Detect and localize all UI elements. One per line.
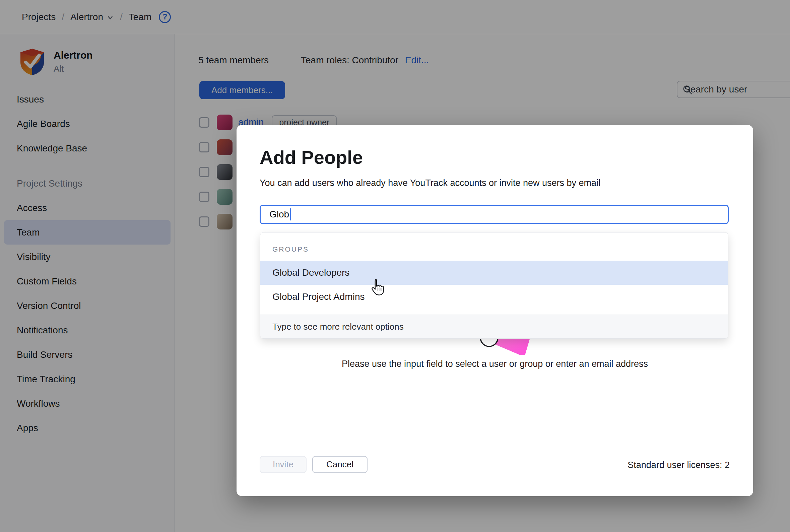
invite-button[interactable]: Invite [259,456,307,473]
dropdown-option-global-project-admins[interactable]: Global Project Admins [260,285,728,309]
suggestions-dropdown: GROUPS Global Developers Global Project … [260,232,728,339]
cancel-button[interactable]: Cancel [312,456,368,473]
screen: Projects / Alertron / Team ? [0,0,790,532]
dropdown-option-global-developers[interactable]: Global Developers [260,261,728,285]
add-people-dialog: Add People You can add users who already… [236,125,753,496]
dropdown-options: Global Developers Global Project Admins [260,261,728,309]
text-caret [290,208,291,221]
add-people-input[interactable]: Glob [259,205,729,224]
dropdown-group-header: GROUPS [260,232,728,253]
licenses-label: Standard user licenses: 2 [628,460,730,470]
dialog-title: Add People [259,146,363,168]
dropdown-footer-hint: Type to see more relevant options [260,315,728,338]
add-people-input-value: Glob [269,209,289,220]
mouse-cursor-pointer-icon [370,279,385,296]
dialog-description: You can add users who already have YouTr… [259,178,600,188]
